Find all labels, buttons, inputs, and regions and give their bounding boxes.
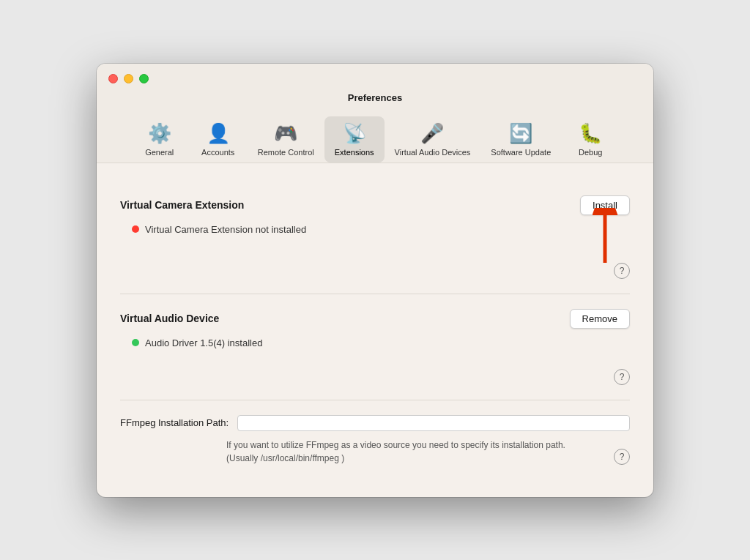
ffmpeg-path-input[interactable] — [237, 415, 630, 431]
virtual-camera-status: Virtual Camera Extension not installed — [132, 224, 630, 235]
virtual-audio-status: Audio Driver 1.5(4) installed — [132, 337, 630, 348]
tab-accounts-label: Accounts — [201, 148, 234, 157]
window-title: Preferences — [108, 92, 642, 103]
virtual-camera-section: Virtual Camera Extension Install — [120, 181, 630, 294]
tab-general[interactable]: ⚙️ General — [130, 116, 189, 163]
ffmpeg-label: FFmpeg Installation Path: — [120, 417, 229, 428]
virtual-audio-title: Virtual Audio Device — [120, 313, 219, 324]
virtual-camera-status-dot — [132, 225, 139, 233]
virtual-audio-icon: 🎤 — [420, 122, 444, 145]
ffmpeg-help-button[interactable]: ? — [614, 449, 630, 465]
virtual-camera-title: Virtual Camera Extension — [120, 199, 244, 211]
tab-virtual-audio-devices-label: Virtual Audio Devices — [395, 148, 471, 157]
virtual-camera-header-row: Virtual Camera Extension Install — [120, 195, 630, 215]
ffmpeg-description: If you want to utilize FFmpeg as a video… — [226, 438, 605, 465]
virtual-audio-footer: ? — [120, 369, 630, 385]
window-controls — [108, 74, 642, 83]
minimize-button[interactable] — [124, 74, 133, 83]
ffmpeg-help-row: If you want to utilize FFmpeg as a video… — [120, 438, 630, 465]
tab-debug[interactable]: 🐛 Debug — [561, 116, 620, 163]
tab-remote-control[interactable]: 🎮 Remote Control — [248, 116, 324, 163]
ffmpeg-path-row: FFmpeg Installation Path: — [120, 415, 630, 431]
virtual-camera-footer: ? — [120, 263, 630, 279]
toolbar: ⚙️ General 👤 Accounts 🎮 Remote Control 📡… — [108, 111, 642, 163]
debug-icon: 🐛 — [579, 122, 602, 145]
maximize-button[interactable] — [139, 74, 149, 83]
tab-extensions[interactable]: 📡 Extensions — [324, 116, 385, 163]
virtual-audio-status-text: Audio Driver 1.5(4) installed — [145, 337, 262, 348]
virtual-audio-help-button[interactable]: ? — [614, 369, 630, 385]
virtual-camera-status-text: Virtual Camera Extension not installed — [145, 224, 306, 235]
tab-software-update-label: Software Update — [491, 148, 551, 157]
remove-button[interactable]: Remove — [570, 309, 630, 329]
software-update-icon: 🔄 — [509, 122, 532, 145]
preferences-window: Preferences ⚙️ General 👤 Accounts 🎮 Remo… — [97, 64, 653, 497]
tab-extensions-label: Extensions — [335, 148, 374, 157]
tab-remote-control-label: Remote Control — [258, 148, 314, 157]
tab-accounts[interactable]: 👤 Accounts — [189, 116, 248, 163]
virtual-audio-status-dot — [132, 339, 139, 346]
tab-debug-label: Debug — [579, 148, 602, 157]
general-icon: ⚙️ — [148, 122, 171, 145]
remote-control-icon: 🎮 — [274, 122, 297, 145]
accounts-icon: 👤 — [207, 122, 230, 145]
ffmpeg-section: FFmpeg Installation Path: If you want to… — [120, 400, 630, 479]
title-bar: Preferences ⚙️ General 👤 Accounts 🎮 Remo… — [97, 64, 653, 163]
extensions-icon: 📡 — [343, 122, 366, 145]
close-button[interactable] — [108, 74, 118, 83]
tab-virtual-audio-devices[interactable]: 🎤 Virtual Audio Devices — [385, 116, 481, 163]
red-arrow-annotation — [583, 208, 627, 266]
tab-software-update[interactable]: 🔄 Software Update — [480, 116, 561, 163]
virtual-audio-header-row: Virtual Audio Device Remove — [120, 309, 630, 329]
content-area: Virtual Camera Extension Install — [97, 163, 653, 497]
virtual-audio-section: Virtual Audio Device Remove Audio Driver… — [120, 294, 630, 400]
tab-general-label: General — [145, 148, 174, 157]
